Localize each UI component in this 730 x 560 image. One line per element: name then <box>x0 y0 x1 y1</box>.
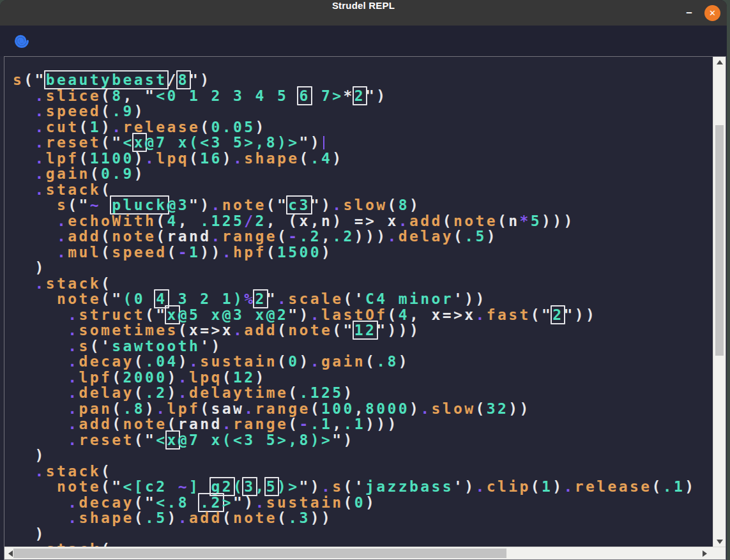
code-token: . <box>277 291 288 307</box>
code-line: .delay(.2).delaytime(.125) <box>13 385 713 401</box>
code-token: note <box>233 510 277 526</box>
code-token: gain <box>46 165 90 182</box>
code-token: 32 <box>487 400 509 417</box>
code-line: s("beautybeast/8") <box>13 72 713 88</box>
code-line: .mul(speed(-1)).hpf(1500) <box>13 245 713 261</box>
code-token: . <box>68 353 79 370</box>
code-token <box>13 494 68 511</box>
arrow-up-icon <box>717 60 723 64</box>
code-token: ) <box>13 259 46 276</box>
code-token: . <box>68 369 79 386</box>
arrow-down-icon <box>717 540 723 544</box>
scroll-down-button[interactable] <box>713 536 726 547</box>
code-token: , (x,n) => x <box>266 213 399 229</box>
code-token: ) <box>409 197 420 213</box>
code-token: ') <box>453 478 476 495</box>
code-token: range <box>222 228 277 245</box>
code-line: .reset("<x@7 x(<3 5>,8)>") <box>13 135 713 151</box>
code-token: .2 <box>332 228 354 245</box>
code-token: ) <box>332 150 343 167</box>
code-token: - <box>288 228 299 245</box>
desktop: { "window": { "title": "Strudel REPL", "… <box>0 0 730 560</box>
code-token <box>13 275 35 292</box>
code-token: (' <box>90 338 112 354</box>
vertical-scrollbar[interactable] <box>713 57 726 547</box>
code-token: (" <box>101 291 123 307</box>
code-token <box>13 400 68 417</box>
code-token: (" <box>266 197 289 213</box>
code-token <box>13 541 35 547</box>
code-token: ") <box>233 494 255 511</box>
code-area[interactable]: s("beautybeast/8") .slice(8, "<0 1 2 3 4… <box>4 57 713 547</box>
strudel-spiral-icon[interactable] <box>13 32 31 50</box>
code-token: slow <box>344 197 388 213</box>
code-token: delay <box>399 228 453 245</box>
horizontal-scrollbar[interactable] <box>4 547 726 559</box>
code-token: . <box>68 510 79 526</box>
code-token: . <box>222 416 233 432</box>
code-token: ) <box>409 400 420 417</box>
code-token: - <box>178 244 189 261</box>
close-button[interactable]: ✕ <box>704 5 720 21</box>
code-token: note <box>222 197 266 213</box>
code-line: ) <box>13 526 713 542</box>
code-line: .add(note(rand.range(-.1,.1))) <box>13 416 713 432</box>
code-token: 0 <box>354 494 365 511</box>
code-token: . <box>178 510 189 526</box>
code-token: add <box>68 228 101 245</box>
code-token: 0.9 <box>101 165 134 182</box>
code-token: ( <box>222 369 233 386</box>
code-token: .3 <box>288 510 310 526</box>
code-token <box>13 510 68 526</box>
code-token: . <box>68 416 79 432</box>
code-token: shape <box>244 150 299 167</box>
code-token: 4 <box>167 213 178 229</box>
code-token: note <box>453 213 498 229</box>
code-token: 0.05 <box>211 119 255 135</box>
code-line: .lpf(2000).lpq(12) <box>13 370 713 386</box>
code-token: . <box>57 244 68 261</box>
code-token: ) <box>255 369 266 386</box>
code-token: ( <box>79 119 90 135</box>
code-token: . <box>35 181 46 198</box>
code-token: .1 <box>344 416 366 432</box>
code-token: " <box>266 291 277 307</box>
code-token: (" <box>68 197 90 213</box>
code-token: 0 <box>288 353 299 370</box>
code-token: ( <box>387 306 398 323</box>
code-token: . <box>35 463 46 480</box>
code-token <box>13 213 57 229</box>
horizontal-scroll-thumb[interactable] <box>13 549 506 558</box>
vertical-scroll-thumb[interactable] <box>715 125 724 356</box>
code-token <box>13 322 68 338</box>
code-token: . <box>233 322 244 338</box>
code-token: ") <box>299 134 321 151</box>
code-token: ( <box>222 510 233 526</box>
scroll-right-button[interactable] <box>700 547 709 559</box>
code-token: . <box>35 150 46 167</box>
active-event-box: .2 <box>198 493 224 512</box>
minimize-button[interactable]: – <box>684 0 694 26</box>
code-token: ) <box>167 369 178 386</box>
code-token: s <box>57 197 68 213</box>
code-token: decay <box>79 353 134 370</box>
code-line: .stack( <box>13 541 713 547</box>
code-line: ) <box>13 448 713 464</box>
code-token: / <box>244 213 255 229</box>
code-token: speed <box>46 103 101 119</box>
code-token: ) <box>13 526 46 542</box>
scroll-up-button[interactable] <box>713 57 726 67</box>
code-token: ))) <box>365 416 399 432</box>
code-token: @3 <box>167 197 190 213</box>
code-token: 8000 <box>365 400 409 417</box>
code-token: . <box>57 228 68 245</box>
code-token: . <box>57 213 68 229</box>
code-token: ") <box>332 432 354 448</box>
code-token: . <box>68 384 79 401</box>
arrow-right-icon <box>703 550 707 557</box>
code-token: (0 <box>123 291 156 307</box>
code-token: ) <box>134 165 145 182</box>
code-token: ( <box>167 244 178 261</box>
code-token: stack <box>46 541 101 547</box>
code-token <box>13 197 57 213</box>
